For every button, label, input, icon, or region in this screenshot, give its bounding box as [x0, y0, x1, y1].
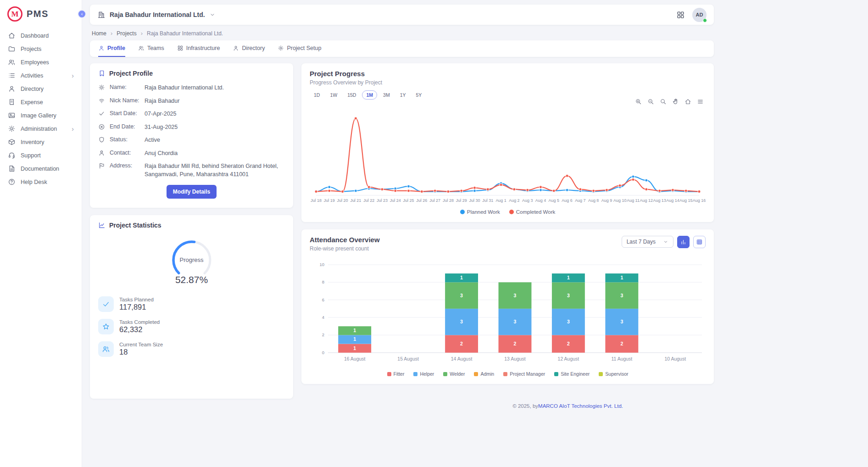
range-button-5y[interactable]: 5Y	[412, 90, 426, 100]
menu-icon[interactable]	[697, 98, 704, 105]
project-switcher[interactable]: Raja Bahadur International Ltd.	[97, 11, 216, 19]
range-button-3m[interactable]: 3M	[379, 90, 394, 100]
field-value: Anuj Chordia	[145, 150, 178, 158]
document-icon	[8, 165, 16, 172]
range-button-1d[interactable]: 1D	[310, 90, 324, 100]
legend-label: Admin	[480, 371, 494, 377]
selection-zoom-icon[interactable]	[660, 98, 667, 105]
field-label: Contact:	[110, 150, 140, 156]
sidebar-item-support[interactable]: Support	[0, 149, 82, 162]
zoom-in-icon[interactable]	[635, 98, 642, 105]
tab-infrastructure[interactable]: Infrastructure	[177, 40, 220, 57]
view-button-bar-chart[interactable]	[677, 236, 690, 248]
sidebar-item-activities[interactable]: Activities›	[0, 69, 82, 82]
range-button-1w[interactable]: 1W	[326, 90, 341, 100]
legend-label: Project Manager	[510, 371, 545, 377]
range-button-15d[interactable]: 15D	[343, 90, 360, 100]
project-name: Raja Bahadur International Ltd.	[110, 11, 205, 18]
legend-planned-work[interactable]: Planned Work	[460, 209, 500, 215]
attendance-chart[interactable]: 024681016 August11115 August14 August233…	[310, 259, 706, 370]
tab-project-setup[interactable]: Project Setup	[278, 40, 321, 57]
pan-icon[interactable]	[672, 98, 679, 105]
progress-chart[interactable]: Jul 18Jul 19Jul 20Jul 21Jul 22Jul 23Jul …	[310, 107, 706, 207]
legend-fitter[interactable]: Fitter	[387, 371, 405, 377]
tab-label: Directory	[242, 45, 265, 51]
legend-welder[interactable]: Welder	[443, 371, 465, 377]
sidebar-item-label: Directory	[21, 86, 44, 92]
sidebar-nav: DashboardProjectsEmployeesActivities›Dir…	[0, 29, 82, 189]
sidebar-item-label: Image Gallery	[21, 112, 56, 119]
range-button-1y[interactable]: 1Y	[396, 90, 410, 100]
tab-profile[interactable]: Profile	[98, 40, 125, 57]
sidebar-item-expense[interactable]: Expense	[0, 95, 82, 109]
sidebar-item-administration[interactable]: Administration›	[0, 122, 82, 135]
legend-site-engineer[interactable]: Site Engineer	[554, 371, 590, 377]
stat-label: Tasks Planned	[119, 297, 154, 302]
svg-text:1: 1	[353, 345, 356, 350]
legend-supervisor[interactable]: Supervisor	[599, 371, 628, 377]
legend-label: Supervisor	[605, 371, 628, 377]
footer-link[interactable]: MARCO AIoT Technologies Pvt. Ltd.	[538, 403, 623, 409]
legend-marker	[599, 372, 603, 376]
range-button-1m[interactable]: 1M	[362, 90, 377, 100]
sidebar-item-projects[interactable]: Projects	[0, 42, 82, 56]
sidebar-item-label: Expense	[21, 99, 43, 106]
sidebar-collapse-button[interactable]: ‹	[78, 10, 86, 18]
sidebar-item-directory[interactable]: Directory	[0, 82, 82, 95]
svg-text:1: 1	[353, 328, 356, 333]
profile-field-end-date: End Date:31-Aug-2025	[98, 123, 285, 132]
sidebar-item-documentation[interactable]: Documentation	[0, 162, 82, 175]
project-progress-subtitle: Progress Overview by Project	[310, 79, 706, 86]
legend-project-manager[interactable]: Project Manager	[503, 371, 545, 377]
folder-icon	[8, 45, 16, 53]
legend-label: Planned Work	[467, 209, 500, 215]
sidebar-item-dashboard[interactable]: Dashboard	[0, 29, 82, 42]
svg-text:Aug 6: Aug 6	[562, 198, 572, 203]
apps-grid-icon[interactable]	[676, 11, 685, 19]
field-label: Status:	[110, 136, 140, 143]
legend-admin[interactable]: Admin	[474, 371, 494, 377]
logo-text: PMS	[27, 9, 49, 19]
stat-value: 62,332	[119, 325, 160, 334]
svg-text:Aug 14: Aug 14	[666, 198, 679, 203]
svg-text:Aug 2: Aug 2	[509, 198, 519, 203]
legend-helper[interactable]: Helper	[413, 371, 434, 377]
breadcrumb-item-home[interactable]: Home	[92, 30, 106, 37]
svg-text:12 August: 12 August	[558, 356, 579, 361]
app-logo[interactable]: M PMS	[0, 4, 82, 29]
legend-completed-work[interactable]: Completed Work	[509, 209, 555, 215]
tab-label: Profile	[107, 45, 125, 51]
date-range-select[interactable]: Last 7 Days	[622, 236, 673, 248]
view-button-table[interactable]	[693, 236, 706, 248]
home-icon[interactable]	[684, 98, 691, 105]
zoom-out-icon[interactable]	[647, 98, 654, 105]
breadcrumb: Home›Projects›Raja Bahadur International…	[92, 30, 714, 37]
tab-label: Project Setup	[287, 45, 321, 51]
svg-text:13 August: 13 August	[504, 356, 526, 361]
legend-label: Helper	[420, 371, 434, 377]
sidebar-item-help-desk[interactable]: Help Desk	[0, 175, 82, 189]
avatar[interactable]: AD	[692, 8, 707, 22]
right-column: Project Progress Progress Overview by Pr…	[301, 63, 714, 384]
legend-marker	[554, 372, 558, 376]
tab-teams[interactable]: Teams	[138, 40, 164, 57]
field-value: 07-Apr-2025	[145, 110, 177, 118]
attendance-chart-legend: FitterHelperWelderAdminProject ManagerSi…	[310, 371, 706, 377]
legend-label: Site Engineer	[561, 371, 590, 377]
field-value: Active	[145, 136, 160, 145]
sidebar-item-inventory[interactable]: Inventory	[0, 135, 82, 149]
project-progress-title: Project Progress	[310, 70, 706, 78]
breadcrumb-item-projects[interactable]: Projects	[117, 30, 136, 37]
tab-directory[interactable]: Directory	[233, 40, 265, 57]
avatar-initials: AD	[696, 12, 703, 17]
sidebar-item-image-gallery[interactable]: Image Gallery	[0, 109, 82, 122]
sidebar-item-employees[interactable]: Employees	[0, 56, 82, 69]
modify-details-button[interactable]: Modify Details	[167, 185, 217, 199]
field-value: Raja Bahadur International Ltd.	[145, 84, 224, 92]
stat-text: Tasks Completed62,332	[119, 319, 160, 334]
sidebar-item-label: Documentation	[21, 166, 59, 172]
attendance-overview-card: Attendance Overview Role-wise present co…	[301, 229, 714, 384]
check-icon	[98, 110, 105, 117]
legend-marker	[413, 372, 417, 376]
stat-tasks-planned: Tasks Planned117,891	[98, 296, 285, 312]
